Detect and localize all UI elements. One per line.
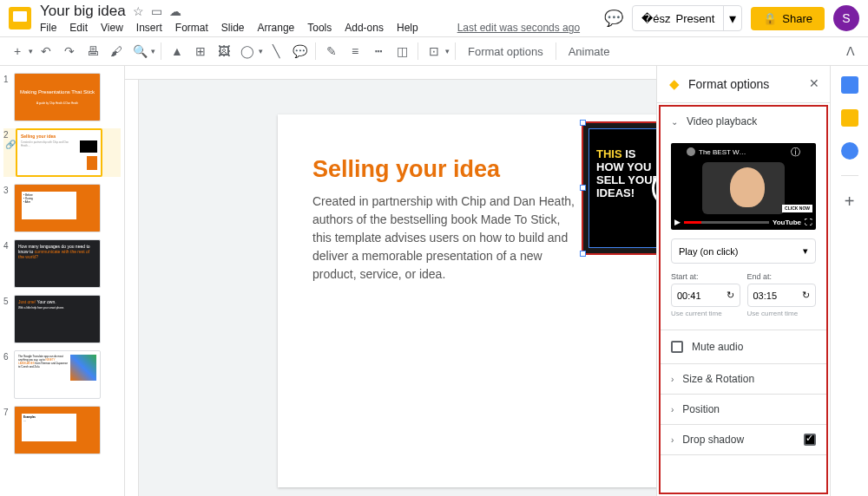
position-section[interactable]: › Position — [661, 395, 826, 424]
fullscreen-icon[interactable]: ⛶ — [805, 218, 812, 226]
format-options-panel: ◆ Format options ✕ ⌄ Video playback The … — [656, 66, 830, 496]
border-weight-tool[interactable]: ≡ — [345, 41, 365, 62]
link-icon: 🔗 — [5, 140, 16, 149]
mute-checkbox[interactable] — [671, 341, 683, 353]
end-at-label: End at: — [747, 272, 817, 281]
star-icon[interactable]: ☆ — [133, 4, 144, 18]
paint-format-button[interactable]: 🖌 — [106, 41, 127, 62]
crop-tool[interactable]: ◫ — [391, 41, 412, 62]
print-button[interactable]: 🖶 — [82, 41, 103, 62]
move-icon[interactable]: ▭ — [151, 4, 162, 18]
format-panel-title: Format options — [688, 77, 769, 91]
border-color-tool[interactable]: ✎ — [321, 41, 342, 62]
line-tool[interactable]: ╲ — [266, 41, 286, 62]
slide-thumb-2[interactable]: 2🔗 Selling your ideaCreated in partnersh… — [3, 128, 121, 177]
format-options-icon: ◆ — [669, 76, 680, 92]
ruler-horizontal — [125, 66, 656, 80]
redo-button[interactable]: ↷ — [59, 41, 80, 62]
menu-edit[interactable]: Edit — [69, 22, 88, 34]
tasks-addon-icon[interactable] — [841, 142, 858, 160]
video-preview-person — [702, 162, 785, 214]
select-tool[interactable]: ▲ — [167, 41, 187, 62]
slide-thumb-5[interactable]: 5 Just one! Your own.With a little help … — [3, 295, 121, 343]
slide-thumb-7[interactable]: 7 Examples… — [3, 406, 121, 454]
drop-shadow-checkbox[interactable] — [804, 434, 816, 446]
menu-file[interactable]: File — [40, 22, 56, 34]
chevron-right-icon: › — [671, 375, 674, 384]
present-button[interactable]: �ész Present — [633, 6, 723, 30]
mute-audio-row[interactable]: Mute audio — [661, 330, 826, 364]
slide-title-text[interactable]: Selling your idea — [312, 156, 500, 183]
animate-button[interactable]: Animate — [562, 45, 617, 58]
slide-thumb-1[interactable]: 1 Making Presentations That StickA guide… — [3, 73, 121, 121]
menu-help[interactable]: Help — [397, 22, 418, 34]
menu-slide[interactable]: Slide — [221, 22, 245, 34]
comments-icon[interactable]: 💬 — [604, 9, 623, 28]
slide-thumb-3[interactable]: 3 • Before• During• After — [3, 184, 121, 232]
filmstrip[interactable]: 1 Making Presentations That StickA guide… — [0, 66, 125, 496]
end-time-input[interactable]: 03:15↻ — [747, 284, 817, 307]
zoom-button[interactable]: 🔍 — [129, 41, 150, 62]
share-button[interactable]: 🔒 Share — [751, 7, 825, 30]
chevron-down-icon: ⌄ — [671, 117, 678, 127]
play-button-icon[interactable]: ▶ — [674, 218, 681, 226]
refresh-icon[interactable]: ↻ — [802, 290, 810, 301]
size-rotation-section[interactable]: › Size & Rotation — [661, 364, 826, 394]
collapse-toolbar[interactable]: ᐱ — [840, 41, 861, 62]
slide-body-text[interactable]: Created in partnership with Chip and Dan… — [312, 193, 582, 284]
toolbar: +▾ ↶ ↷ 🖶 🖌 🔍▾ ▲ ⊞ 🖼 ◯▾ ╲ 💬 ✎ ≡ ┅ ◫ ⊡▾ Fo… — [0, 36, 868, 66]
ruler-vertical — [125, 80, 139, 496]
dropdown-icon: ▾ — [803, 245, 808, 257]
chevron-right-icon: › — [671, 435, 674, 445]
end-hint[interactable]: Use current time — [747, 310, 817, 317]
new-slide-button[interactable]: + — [7, 41, 28, 62]
click-now-badge: CLICK NOW — [782, 205, 812, 212]
format-options-button[interactable]: Format options — [461, 45, 550, 58]
drop-shadow-section[interactable]: › Drop shadow — [661, 425, 826, 454]
add-addon-button[interactable]: + — [845, 192, 855, 212]
slide-thumb-4[interactable]: 4 How many languages do you need to know… — [3, 239, 121, 288]
present-icon: �ész — [641, 12, 670, 25]
menu-tools[interactable]: Tools — [307, 22, 332, 34]
undo-button[interactable]: ↶ — [36, 41, 56, 62]
keep-addon-icon[interactable] — [841, 109, 858, 127]
slide-thumb-6[interactable]: 6 The Google Translate app can do most a… — [3, 350, 121, 399]
app-header: Your big idea ☆ ▭ ☁ File Edit View Inser… — [0, 0, 868, 36]
present-button-group: �ész Present ▾ — [632, 5, 742, 31]
youtube-logo: YouTube — [773, 219, 801, 226]
doc-title[interactable]: Your big idea — [40, 3, 126, 20]
comment-tool[interactable]: 💬 — [289, 41, 310, 62]
side-rail: + — [830, 66, 868, 496]
video-overlay-text: THIS IS HOW YOU SELL YOUR IDEAS! — [596, 148, 656, 200]
cloud-status-icon[interactable]: ☁ — [169, 4, 181, 18]
shape-tool[interactable]: ◯ — [237, 41, 258, 62]
start-time-input[interactable]: 00:41↻ — [671, 284, 740, 307]
menu-arrange[interactable]: Arrange — [258, 22, 295, 34]
canvas-area[interactable]: Selling your idea Created in partnership… — [125, 66, 656, 496]
close-panel-button[interactable]: ✕ — [809, 76, 819, 90]
lock-icon: 🔒 — [763, 12, 777, 25]
user-avatar[interactable]: S — [833, 5, 859, 31]
image-tool[interactable]: 🖼 — [214, 41, 234, 62]
menu-format[interactable]: Format — [175, 22, 208, 34]
present-dropdown[interactable]: ▾ — [723, 6, 741, 30]
start-at-label: Start at: — [671, 272, 740, 281]
menu-bar: File Edit View Insert Format Slide Arran… — [40, 22, 604, 34]
menu-addons[interactable]: Add-ons — [345, 22, 384, 34]
textbox-tool[interactable]: ⊞ — [190, 41, 211, 62]
slide-canvas[interactable]: Selling your idea Created in partnership… — [278, 114, 656, 487]
chevron-right-icon: › — [671, 405, 674, 414]
video-element-selected[interactable]: THIS IS HOW YOU SELL YOUR IDEAS! ▶ — [582, 121, 656, 255]
start-hint[interactable]: Use current time — [671, 310, 740, 317]
last-edit-link[interactable]: Last edit was seconds ago — [457, 22, 580, 34]
calendar-addon-icon[interactable] — [841, 76, 858, 94]
mask-tool[interactable]: ⊡ — [424, 41, 444, 62]
refresh-icon[interactable]: ↻ — [727, 290, 734, 301]
video-preview[interactable]: The BEST W…ⓘ CLICK NOW ▶ YouTube ⛶ — [671, 143, 816, 230]
slides-logo[interactable] — [9, 7, 31, 29]
menu-insert[interactable]: Insert — [136, 22, 162, 34]
play-mode-select[interactable]: Play (on click) ▾ — [671, 238, 816, 264]
video-playback-section-header[interactable]: ⌄ Video playback — [661, 107, 826, 136]
menu-view[interactable]: View — [101, 22, 123, 34]
border-dash-tool[interactable]: ┅ — [368, 41, 389, 62]
